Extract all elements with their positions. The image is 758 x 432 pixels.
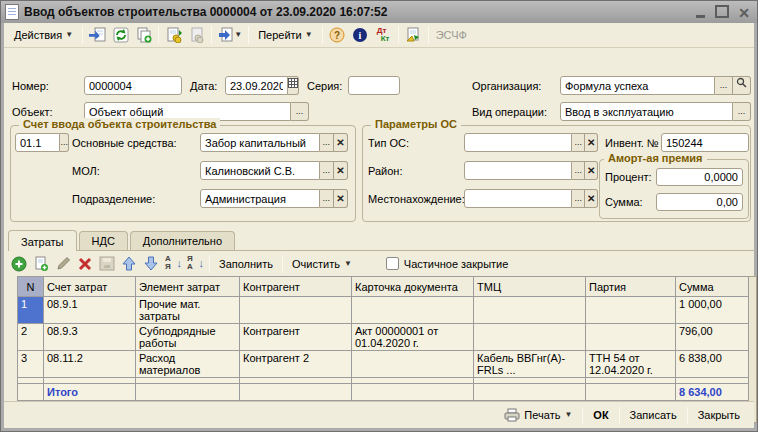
date-input[interactable] xyxy=(225,76,288,95)
actions-button[interactable]: Действия ▼ xyxy=(8,26,79,44)
cell-sum[interactable]: 1 000,00 xyxy=(676,297,749,324)
output-button[interactable]: ▼ xyxy=(215,25,245,46)
clear-field-icon[interactable]: ✕ xyxy=(334,161,348,180)
close-button[interactable]: Закрыть xyxy=(690,406,748,424)
cell-doc_card[interactable] xyxy=(352,297,474,324)
cell-batch[interactable] xyxy=(586,297,676,324)
cell-tmc[interactable] xyxy=(474,297,586,324)
svg-text:i: i xyxy=(359,30,362,41)
fill-button[interactable]: Заполнить xyxy=(213,256,279,272)
cell-n[interactable]: 3 xyxy=(18,351,44,378)
column-header: Партия xyxy=(586,277,676,297)
toolbar-separator xyxy=(248,26,249,44)
column-header: ТМЦ xyxy=(474,277,586,297)
amort-sum-input[interactable] xyxy=(656,193,743,211)
help-button[interactable]: ? xyxy=(326,25,349,46)
cell-n[interactable]: 1 xyxy=(18,297,44,324)
maximize-icon[interactable] xyxy=(715,6,729,18)
region-input[interactable] xyxy=(464,161,572,180)
clear-field-icon[interactable]: ✕ xyxy=(585,133,598,152)
cell-element[interactable]: Прочие мат. затраты xyxy=(136,297,240,324)
title-bar[interactable]: Ввод объектов строительства 0000004 от 2… xyxy=(1,1,757,23)
close-icon[interactable]: ✕ xyxy=(737,6,751,18)
cell-account[interactable]: 08.9.1 xyxy=(44,297,136,324)
cell-contractor[interactable]: Контрагент 2 xyxy=(240,351,352,378)
clear-field-icon[interactable]: ✕ xyxy=(585,189,598,208)
clear-field-icon[interactable]: ✕ xyxy=(585,161,598,180)
number-input[interactable] xyxy=(84,76,182,95)
minimize-icon[interactable] xyxy=(693,6,707,18)
cell-tmc[interactable] xyxy=(474,324,586,351)
end-edit-button[interactable]: ок xyxy=(96,254,118,274)
os-type-input[interactable] xyxy=(464,133,572,152)
clear-field-icon[interactable]: ✕ xyxy=(334,189,348,208)
cell-batch[interactable]: ТТН 54 от 12.04.2020 г. xyxy=(586,351,676,378)
cell-element[interactable]: Расход материалов xyxy=(136,351,240,378)
column-header: Элемент затрат xyxy=(136,277,240,297)
cell-sum[interactable]: 6 838,00 xyxy=(676,351,749,378)
cell-doc_card[interactable] xyxy=(352,351,474,378)
account-input[interactable] xyxy=(15,133,60,152)
cell-account[interactable]: 08.11.2 xyxy=(44,351,136,378)
ellipsis-button[interactable]: ... xyxy=(291,102,309,121)
ellipsis-button[interactable]: ... xyxy=(320,161,334,180)
ellipsis-button[interactable]: ... xyxy=(60,133,69,152)
ellipsis-button[interactable]: ... xyxy=(320,133,334,152)
mol-input[interactable] xyxy=(200,161,320,180)
cell-account[interactable]: 08.9.3 xyxy=(44,324,136,351)
cell-contractor[interactable]: Контрагент xyxy=(240,324,352,351)
refresh-button[interactable] xyxy=(109,25,132,46)
tab-1[interactable]: НДС xyxy=(79,231,128,250)
add-row-button[interactable] xyxy=(8,254,30,274)
ellipsis-button[interactable]: ... xyxy=(572,161,585,180)
move-down-button[interactable] xyxy=(140,254,162,274)
fixed-asset-input[interactable] xyxy=(200,133,320,152)
post-document-button[interactable] xyxy=(162,25,185,46)
info-button[interactable]: i xyxy=(349,25,372,46)
edit-row-button[interactable] xyxy=(52,254,74,274)
operation-input[interactable] xyxy=(560,102,733,121)
unpost-document-button[interactable] xyxy=(185,25,208,46)
search-icon[interactable] xyxy=(733,76,751,95)
sort-asc-button[interactable]: А Я ↓ xyxy=(162,254,184,274)
ellipsis-button[interactable]: ... xyxy=(572,133,585,152)
cell-element[interactable]: Субподрядные работы xyxy=(136,324,240,351)
save-button[interactable] xyxy=(86,25,109,46)
ok-button[interactable]: ОК xyxy=(585,406,616,424)
eschf-doc-button[interactable] xyxy=(402,25,425,46)
cell-sum[interactable]: 796,00 xyxy=(676,324,749,351)
copy-button[interactable] xyxy=(132,25,155,46)
ellipsis-button[interactable]: ... xyxy=(320,189,334,208)
goto-button[interactable]: Перейти ▼ xyxy=(252,26,319,44)
ellipsis-button[interactable]: ... xyxy=(572,189,585,208)
organization-input[interactable] xyxy=(560,76,715,95)
sort-desc-button[interactable]: Я А ↓ xyxy=(184,254,206,274)
calendar-icon[interactable] xyxy=(288,76,299,95)
tab-0[interactable]: Затраты xyxy=(8,230,77,251)
inventory-input[interactable] xyxy=(661,133,749,152)
copy-row-button[interactable] xyxy=(30,254,52,274)
print-button[interactable]: Печать ▼ xyxy=(496,405,580,425)
clear-button[interactable]: Очистить ▼ xyxy=(286,256,358,272)
cell-doc_card[interactable]: Акт 00000001 от 01.04.2020 г. xyxy=(352,324,474,351)
cell-contractor[interactable] xyxy=(240,297,352,324)
cell-n[interactable]: 2 xyxy=(18,324,44,351)
percent-input[interactable] xyxy=(656,168,743,186)
pencil-icon xyxy=(56,256,71,271)
location-input[interactable] xyxy=(464,189,572,208)
clear-field-icon[interactable]: ✕ xyxy=(334,133,348,152)
amort-group-title: Аморт-ая премия xyxy=(604,152,707,164)
partial-close-checkbox[interactable] xyxy=(386,257,399,270)
delete-row-button[interactable] xyxy=(74,254,96,274)
series-input[interactable] xyxy=(348,76,400,95)
ellipsis-button[interactable]: ... xyxy=(733,102,751,121)
postings-dtkt-button[interactable]: ДтКт xyxy=(372,25,395,46)
tab-2[interactable]: Дополнительно xyxy=(130,231,235,250)
eschf-doc-icon xyxy=(405,27,421,43)
cell-batch[interactable] xyxy=(586,324,676,351)
cell-tmc[interactable]: Кабель ВВГнг(А)-FRLs ... xyxy=(474,351,586,378)
division-input[interactable] xyxy=(200,189,320,208)
save-button[interactable]: Записать xyxy=(622,406,685,424)
ellipsis-button[interactable]: ... xyxy=(715,76,733,95)
move-up-button[interactable] xyxy=(118,254,140,274)
